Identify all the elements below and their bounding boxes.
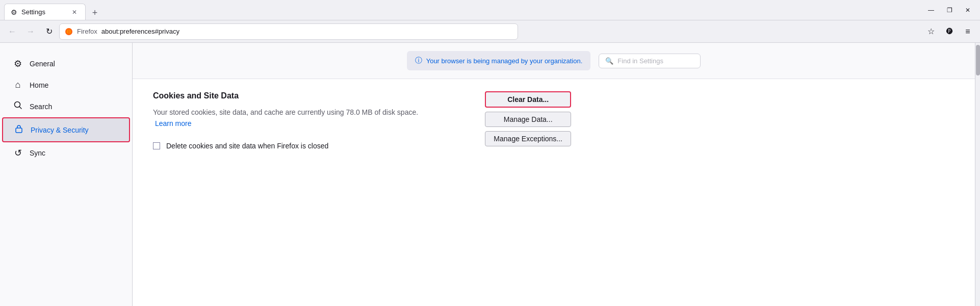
search-nav-icon — [12, 100, 23, 112]
tab-area: ⚙ Settings ✕ + — [4, 0, 923, 20]
menu-button[interactable]: ≡ — [960, 23, 976, 40]
firefox-logo-icon — [65, 28, 73, 36]
find-settings-input[interactable]: 🔍 Find in Settings — [599, 54, 701, 68]
delete-cookies-checkbox[interactable] — [153, 142, 160, 149]
delete-cookies-label: Delete cookies and site data when Firefo… — [166, 142, 328, 150]
info-icon: ⓘ — [415, 56, 422, 65]
sidebar-item-sync[interactable]: ↺ Sync — [0, 142, 132, 164]
main-layout: ⚙ General ⌂ Home Search Privacy — [0, 43, 980, 306]
sidebar-item-search[interactable]: Search — [0, 95, 132, 117]
sidebar-item-home[interactable]: ⌂ Home — [0, 74, 132, 95]
settings-tab[interactable]: ⚙ Settings ✕ — [4, 4, 86, 20]
maximize-button[interactable]: ❐ — [941, 3, 958, 17]
settings-tab-icon: ⚙ — [11, 8, 17, 16]
address-site-name: Firefox — [77, 28, 97, 35]
content-wrapper: ⓘ Your browser is being managed by your … — [133, 43, 975, 306]
nav-actions: ☆ 🅟 ≡ — [923, 23, 976, 40]
general-icon: ⚙ — [12, 58, 23, 69]
sync-icon: ↺ — [12, 147, 23, 159]
sidebar-label-general: General — [30, 60, 55, 68]
sidebar-item-privacy[interactable]: Privacy & Security — [2, 117, 130, 142]
sidebar-label-search: Search — [30, 103, 52, 111]
reload-button[interactable]: ↻ — [41, 23, 57, 40]
sidebar: ⚙ General ⌂ Home Search Privacy — [0, 43, 133, 306]
svg-line-3 — [19, 107, 21, 109]
settings-content-area: Cookies and Site Data Your stored cookie… — [133, 79, 975, 306]
settings-content: Cookies and Site Data Your stored cookie… — [133, 79, 591, 166]
find-settings-search-icon: 🔍 — [605, 57, 613, 65]
bookmark-button[interactable]: ☆ — [923, 23, 939, 40]
find-settings-placeholder: Find in Settings — [617, 57, 663, 65]
org-management-banner: ⓘ Your browser is being managed by your … — [407, 51, 591, 70]
cookies-text-area: Cookies and Site Data Your stored cookie… — [153, 91, 475, 154]
section-title: Cookies and Site Data — [153, 91, 475, 100]
navbar: ← → ↻ Firefox about:preferences#privacy … — [0, 20, 980, 43]
manage-data-button[interactable]: Manage Data... — [485, 112, 571, 127]
lock-svg-icon — [14, 123, 24, 134]
cookies-section-row: Cookies and Site Data Your stored cookie… — [153, 91, 571, 154]
pocket-button[interactable]: 🅟 — [941, 23, 958, 40]
sidebar-label-sync: Sync — [30, 149, 45, 157]
settings-tab-label: Settings — [21, 8, 45, 16]
sidebar-label-home: Home — [30, 81, 48, 89]
home-icon: ⌂ — [12, 80, 23, 90]
delete-cookies-row: Delete cookies and site data when Firefo… — [153, 138, 475, 154]
scrollbar-thumb[interactable] — [976, 45, 980, 75]
org-management-text: Your browser is being managed by your or… — [426, 57, 583, 65]
forward-button[interactable]: → — [22, 23, 39, 40]
button-group: Clear Data... Manage Data... Manage Exce… — [485, 91, 571, 146]
back-button[interactable]: ← — [4, 23, 20, 40]
learn-more-link[interactable]: Learn more — [155, 119, 192, 128]
window-controls: — ❐ ✕ — [923, 3, 976, 17]
search-svg-icon — [13, 100, 22, 110]
clear-data-button[interactable]: Clear Data... — [485, 91, 571, 108]
section-description: Your stored cookies, site data, and cach… — [153, 107, 439, 130]
sidebar-item-general[interactable]: ⚙ General — [0, 53, 132, 74]
close-button[interactable]: ✕ — [960, 3, 976, 17]
titlebar: ⚙ Settings ✕ + — ❐ ✕ — [0, 0, 980, 20]
minimize-button[interactable]: — — [923, 3, 939, 17]
tab-close-button[interactable]: ✕ — [70, 8, 79, 17]
section-description-text: Your stored cookies, site data, and cach… — [153, 108, 418, 116]
scrollbar-track[interactable] — [975, 43, 980, 306]
address-url: about:preferences#privacy — [101, 28, 179, 35]
new-tab-button[interactable]: + — [88, 6, 102, 20]
manage-exceptions-button[interactable]: Manage Exceptions... — [485, 131, 571, 146]
info-banner-area: ⓘ Your browser is being managed by your … — [133, 43, 975, 79]
sidebar-label-privacy: Privacy & Security — [31, 126, 89, 134]
lock-icon — [13, 123, 24, 136]
address-bar[interactable]: Firefox about:preferences#privacy — [59, 23, 518, 40]
svg-rect-4 — [16, 128, 22, 133]
